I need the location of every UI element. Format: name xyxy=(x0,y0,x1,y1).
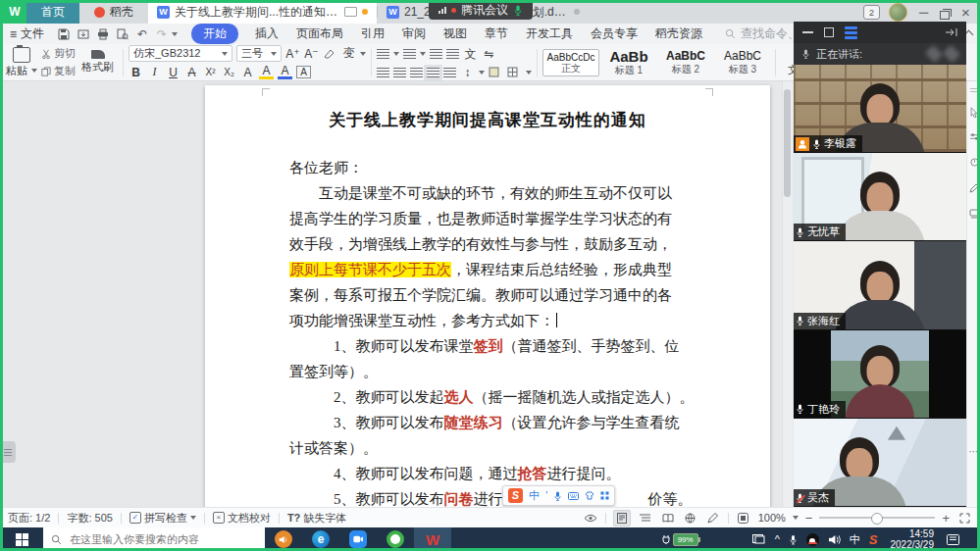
document-line[interactable]: 5、教师可以发布问卷进行多维价等。 xyxy=(289,486,686,507)
shrink-font-button[interactable]: A⁻ xyxy=(304,47,319,61)
participant-video-wall[interactable]: 张海红 xyxy=(794,241,966,329)
document-line[interactable]: 互动是课堂不可或缺的环节，有效的师生互动不仅可以 xyxy=(289,180,686,206)
zoom-level[interactable]: 100% xyxy=(758,512,786,524)
text-direction-icon[interactable]: ⇋ xyxy=(482,47,496,61)
highlight-color-button[interactable]: A xyxy=(259,66,274,79)
undo-icon[interactable]: ↶ xyxy=(134,27,150,41)
ribbon-tab-1[interactable]: 插入 xyxy=(255,25,279,42)
document-line[interactable]: 计或答案）。 xyxy=(289,435,686,461)
font-name-select[interactable]: 仿宋_GB2312 xyxy=(129,45,232,62)
style-card-2[interactable]: AaBbC标题 2 xyxy=(658,48,713,75)
missing-font-button[interactable]: T?缺失字体 xyxy=(287,511,346,526)
file-menu[interactable]: ≡文件 xyxy=(10,25,44,42)
spell-check-button[interactable]: ✓拼写检查 xyxy=(129,511,196,526)
sogou-ime-toolbar[interactable]: S 中 ’ xyxy=(502,485,615,506)
cast-screen-icon[interactable] xyxy=(752,534,766,545)
decrease-indent-icon[interactable] xyxy=(430,49,442,59)
phonetic-guide-button[interactable]: 变 xyxy=(341,45,356,62)
distribute-icon[interactable] xyxy=(443,68,456,77)
ribbon-tab-7[interactable]: 开发工具 xyxy=(526,25,573,42)
ime-mode-toggle[interactable]: 中 xyxy=(529,490,540,501)
document-line[interactable]: 各位老师： xyxy=(289,155,686,180)
battery-indicator[interactable]: 99% xyxy=(662,533,698,546)
workspace-badge[interactable]: 2 xyxy=(863,5,880,20)
style-card-3[interactable]: AaBbC标题 3 xyxy=(715,48,770,75)
character-border-button[interactable]: A xyxy=(296,66,311,78)
underline-button[interactable]: U xyxy=(166,66,181,79)
document-tab-active[interactable]: W 关于线上教学期间...性的通知 (1) xyxy=(148,0,377,24)
cut-button[interactable]: 剪切 xyxy=(41,46,76,61)
ribbon-tab-6[interactable]: 章节 xyxy=(485,25,508,42)
participant-video-bookshelf[interactable]: 李银露 xyxy=(794,65,966,153)
ribbon-tab-3[interactable]: 引用 xyxy=(361,25,385,42)
tencent-meeting-chip[interactable]: 腾讯会议 xyxy=(429,0,533,20)
document-page[interactable]: 关于线上教学期间提高课堂互动性的通知 各位老师： 互动是课堂不可或缺的环节，有效… xyxy=(205,85,770,507)
numbered-list-icon[interactable] xyxy=(403,49,416,59)
export-icon[interactable] xyxy=(76,27,91,41)
close-button[interactable]: × xyxy=(958,4,973,21)
print-preview-icon[interactable] xyxy=(115,27,130,41)
strikethrough-button[interactable]: A xyxy=(184,66,199,79)
document-line[interactable]: 1、教师可以发布课堂签到（普通签到、手势签到、位 xyxy=(289,333,686,359)
fullscreen-icon[interactable] xyxy=(956,511,972,526)
increase-indent-icon[interactable] xyxy=(446,49,459,59)
zoom-out-button[interactable]: − xyxy=(805,512,813,525)
tab-docer[interactable]: 稻壳 xyxy=(79,0,148,24)
minimize-button[interactable]: ─ xyxy=(916,4,931,21)
print-icon[interactable] xyxy=(95,27,111,41)
taskbar-search-input[interactable] xyxy=(68,532,257,546)
ribbon-tab-home[interactable]: 开始 xyxy=(191,24,238,44)
restore-button[interactable] xyxy=(940,11,950,20)
document-line[interactable]: 2、教师可以发起选人（摇一摇随机选人或指定选人）。 xyxy=(289,384,686,410)
taskbar-clock[interactable]: 14:59 2022/3/29 xyxy=(891,528,935,550)
bullet-list-icon[interactable] xyxy=(377,49,389,59)
format-painter-button[interactable]: 格式刷 xyxy=(81,50,114,75)
word-count[interactable]: 字数: 505 xyxy=(67,511,112,526)
page-view-icon[interactable] xyxy=(613,510,631,526)
justify-icon[interactable] xyxy=(427,68,439,77)
borders-icon[interactable] xyxy=(507,67,522,77)
ime-toolbox-icon[interactable] xyxy=(600,491,609,500)
grow-font-button[interactable]: A⁺ xyxy=(285,47,300,61)
participant-video-window[interactable]: 无忧草 xyxy=(794,153,966,241)
sogou-logo-icon[interactable]: S xyxy=(508,488,523,503)
tab-home[interactable]: 首页 xyxy=(26,0,79,24)
document-line[interactable]: 4、教师可以发布问题，通过抢答进行提问。 xyxy=(289,461,686,486)
style-card-1[interactable]: AaBb标题 1 xyxy=(601,47,656,78)
ime-mode-indicator[interactable]: 中 xyxy=(850,532,860,547)
superscript-button[interactable]: X² xyxy=(203,67,218,77)
redo-icon[interactable]: ↷ xyxy=(154,27,170,41)
zoom-in-button[interactable]: + xyxy=(942,512,950,525)
scrollbar-thumb[interactable] xyxy=(784,89,791,197)
text-effects-button[interactable]: A xyxy=(240,66,255,79)
ribbon-tab-5[interactable]: 视图 xyxy=(443,25,467,42)
vertical-scrollbar[interactable] xyxy=(782,81,793,507)
ime-skin-icon[interactable] xyxy=(585,491,594,500)
save-icon[interactable] xyxy=(56,27,72,41)
web-layout-icon[interactable] xyxy=(683,511,698,526)
sogou-tray-icon[interactable]: S xyxy=(869,532,878,547)
document-line[interactable]: 案例，每系可报五个学院汇编。教师可以通过学习通中的各 xyxy=(289,282,686,308)
font-color-button[interactable]: A xyxy=(278,66,292,79)
font-size-select[interactable]: 三号 xyxy=(236,45,282,62)
read-layout-icon[interactable] xyxy=(660,511,676,526)
zoom-slider[interactable] xyxy=(819,517,935,519)
style-card-0[interactable]: AaBbCcDc正文 xyxy=(542,49,599,76)
ime-keyboard-icon[interactable] xyxy=(568,492,579,500)
copy-button[interactable]: 复制 xyxy=(41,64,76,78)
eye-protection-icon[interactable] xyxy=(583,511,598,526)
clear-format-button[interactable] xyxy=(323,48,337,59)
hidden-icons-chevron[interactable]: ^ xyxy=(775,533,780,545)
fit-page-icon[interactable] xyxy=(736,511,751,526)
ribbon-tab-8[interactable]: 会员专享 xyxy=(591,25,638,42)
participant-video-phone[interactable]: 丁艳玲 xyxy=(794,330,966,419)
paste-button[interactable]: 粘贴 xyxy=(6,47,37,78)
document-line[interactable]: 3、教师可以发布随堂练习（设置允许参与学生查看统 xyxy=(289,410,686,435)
align-right-icon[interactable] xyxy=(410,68,423,77)
ribbon-tab-9[interactable]: 稻壳资源 xyxy=(655,25,702,42)
bold-button[interactable]: B xyxy=(129,66,143,79)
user-avatar[interactable] xyxy=(889,3,907,22)
italic-button[interactable]: I xyxy=(147,65,162,79)
writer-mode-icon[interactable] xyxy=(705,511,721,526)
meeting-collapse-icon[interactable] xyxy=(945,27,957,37)
